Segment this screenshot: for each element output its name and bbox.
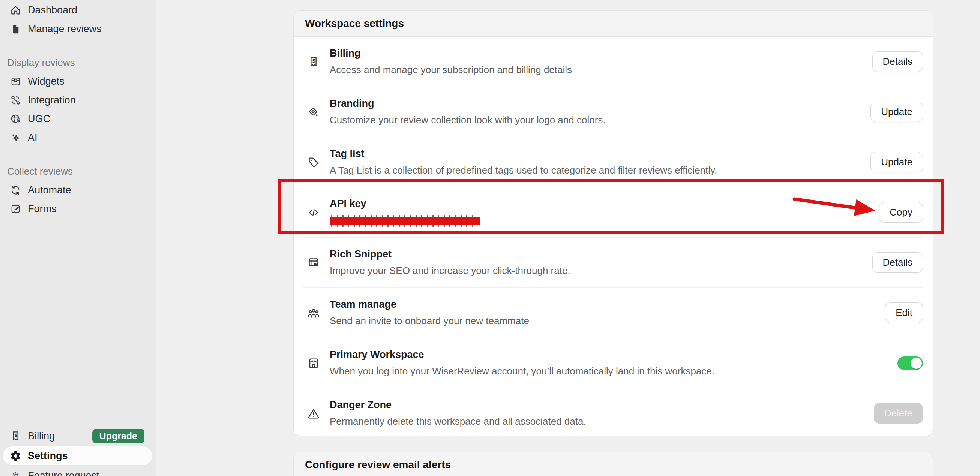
row-description: A Tag List is a collection of predefined… bbox=[330, 165, 717, 176]
browser-cursor-icon bbox=[307, 256, 320, 269]
row-title: Branding bbox=[330, 98, 606, 109]
sidebar-item-label: Manage reviews bbox=[28, 23, 102, 35]
receipt-icon: $ bbox=[10, 430, 21, 442]
toggle-knob bbox=[911, 357, 922, 369]
settings-row-danger-zone: Danger Zone Permanently delete this work… bbox=[304, 388, 923, 436]
sidebar-item-automate[interactable]: Automate bbox=[0, 181, 156, 199]
sidebar-bottom: $ Billing Upgrade Settings Feature reque bbox=[0, 427, 156, 476]
row-description: Customize your review collection look wi… bbox=[330, 114, 606, 126]
settings-row-tag-list: Tag list A Tag List is a collection of p… bbox=[304, 137, 923, 187]
row-title: Danger Zone bbox=[330, 399, 586, 411]
api-key-masked-value bbox=[330, 215, 480, 227]
sidebar-item-label: Billing bbox=[28, 430, 55, 442]
api-key-copy-button[interactable]: Copy bbox=[879, 202, 923, 223]
paint-bucket-icon bbox=[307, 106, 320, 119]
sidebar: Dashboard Manage reviews Display reviews… bbox=[0, 0, 156, 476]
form-edit-icon bbox=[10, 203, 21, 215]
settings-row-team-manage: Team manage Send an invite to onboard yo… bbox=[304, 288, 923, 338]
danger-zone-delete-button[interactable]: Delete bbox=[874, 403, 923, 424]
globe-dollar-icon: $ bbox=[10, 113, 21, 125]
file-icon bbox=[10, 23, 21, 35]
svg-text:$: $ bbox=[14, 433, 18, 438]
sidebar-item-label: Integration bbox=[28, 94, 76, 106]
sidebar-section-display-reviews: Display reviews bbox=[0, 53, 156, 72]
gear-icon bbox=[10, 450, 21, 462]
people-icon bbox=[307, 306, 320, 319]
sidebar-item-ai[interactable]: AI bbox=[0, 128, 156, 147]
sidebar-item-settings[interactable]: Settings bbox=[3, 446, 152, 465]
settings-row-rich-snippet: Rich Snippet Improve your SEO and increa… bbox=[304, 238, 923, 288]
primary-workspace-toggle[interactable] bbox=[897, 357, 923, 370]
refresh-icon bbox=[10, 184, 21, 196]
sidebar-item-label: Dashboard bbox=[28, 5, 77, 16]
code-icon bbox=[307, 206, 320, 219]
sidebar-item-dashboard[interactable]: Dashboard bbox=[0, 1, 156, 19]
sidebar-item-label: Widgets bbox=[28, 76, 65, 87]
sidebar-item-label: Automate bbox=[28, 184, 71, 196]
row-description: Send an invite to onboard your new teamm… bbox=[330, 315, 529, 327]
row-title: Primary Workspace bbox=[330, 349, 714, 360]
sidebar-item-billing[interactable]: $ Billing Upgrade bbox=[0, 427, 156, 445]
receipt-icon: $ bbox=[307, 56, 320, 68]
upgrade-badge[interactable]: Upgrade bbox=[92, 429, 145, 443]
tag-icon bbox=[307, 156, 320, 169]
team-manage-edit-button[interactable]: Edit bbox=[885, 303, 923, 323]
home-icon bbox=[10, 5, 21, 16]
sidebar-item-feature-request[interactable]: Feature request bbox=[0, 466, 156, 476]
sidebar-item-label: Feature request bbox=[28, 470, 99, 476]
sidebar-section-collect-reviews: Collect reviews bbox=[0, 162, 156, 181]
widget-box-icon bbox=[10, 76, 21, 87]
settings-row-api-key: API key Copy bbox=[304, 187, 923, 238]
sidebar-item-forms[interactable]: Forms bbox=[0, 199, 156, 218]
idea-spark-icon bbox=[10, 470, 21, 476]
svg-text:$: $ bbox=[16, 117, 20, 123]
row-title: Billing bbox=[330, 48, 572, 59]
email-alerts-title: Configure review email alerts bbox=[294, 452, 933, 476]
sidebar-item-label: Forms bbox=[28, 203, 57, 215]
sidebar-item-widgets[interactable]: Widgets bbox=[0, 72, 156, 91]
settings-row-billing: $ Billing Access and manage your subscri… bbox=[304, 37, 923, 87]
workspace-settings-title: Workspace settings bbox=[294, 11, 933, 37]
svg-text:$: $ bbox=[312, 58, 315, 63]
row-title: Tag list bbox=[330, 148, 717, 160]
tag-list-update-button[interactable]: Update bbox=[870, 152, 923, 172]
row-title: Rich Snippet bbox=[330, 249, 570, 260]
row-description: When you log into your WiserReview accou… bbox=[330, 365, 714, 377]
storefront-icon bbox=[307, 357, 320, 370]
row-title: API key bbox=[330, 198, 480, 209]
settings-row-primary-workspace: Primary Workspace When you log into your… bbox=[304, 338, 923, 388]
rich-snippet-details-button[interactable]: Details bbox=[872, 252, 923, 273]
row-description: Access and manage your subscription and … bbox=[330, 64, 572, 76]
branding-update-button[interactable]: Update bbox=[870, 102, 923, 122]
redaction-bar bbox=[330, 217, 480, 225]
row-title: Team manage bbox=[330, 299, 529, 310]
sparkles-icon bbox=[10, 132, 21, 144]
sidebar-item-ugc[interactable]: $ UGC bbox=[0, 109, 156, 128]
row-description: Improve your SEO and increase your click… bbox=[330, 265, 570, 277]
settings-row-branding: Branding Customize your review collectio… bbox=[304, 87, 923, 137]
row-description: Permanently delete this workspace and al… bbox=[330, 416, 586, 427]
warning-triangle-icon bbox=[307, 407, 320, 420]
sidebar-item-label: UGC bbox=[28, 113, 50, 125]
sidebar-item-manage-reviews[interactable]: Manage reviews bbox=[0, 19, 156, 38]
email-alerts-card: Configure review email alerts bbox=[293, 452, 933, 476]
sidebar-item-label: Settings bbox=[28, 450, 68, 462]
sidebar-item-label: AI bbox=[28, 132, 38, 144]
workspace-settings-card: Workspace settings $ Billing Access and … bbox=[293, 11, 933, 436]
sidebar-item-integration[interactable]: Integration bbox=[0, 91, 156, 109]
billing-details-button[interactable]: Details bbox=[872, 51, 923, 72]
app-root: Dashboard Manage reviews Display reviews… bbox=[0, 0, 980, 476]
integration-nodes-icon bbox=[10, 94, 21, 106]
